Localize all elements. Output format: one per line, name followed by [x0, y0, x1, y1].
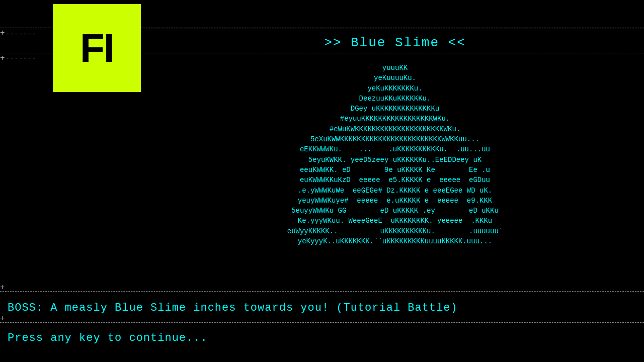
- bottom-separator-1: [0, 291, 644, 292]
- top-dash-right2: [146, 53, 644, 53]
- fi-logo-text: FI: [80, 25, 114, 71]
- press-key-area[interactable]: Press any key to continue...: [0, 324, 644, 352]
- top-dash-right: [146, 29, 644, 29]
- fi-logo: FI: [53, 4, 141, 92]
- ascii-art-area: yuuuKK yeKuuuuKu. yeKuKKKKKKKu. DeezuuKK…: [146, 58, 644, 292]
- left-marker-3: +: [0, 283, 5, 292]
- boss-message-text: BOSS: A measly Blue Slime inches towards…: [8, 302, 458, 314]
- ascii-art: yuuuKK yeKuuuuKu. yeKuKKKKKKKu. DeezuuKK…: [287, 63, 503, 246]
- boss-message-area: BOSS: A measly Blue Slime inches towards…: [0, 294, 644, 322]
- left-marker-4: +: [0, 314, 5, 323]
- press-key-text: Press any key to continue...: [8, 332, 208, 344]
- boss-title: >> Blue Slime <<: [324, 35, 466, 50]
- bottom-separator-2: [0, 322, 644, 323]
- left-dashes-bottom: --------: [1, 54, 36, 62]
- app-container: + + -------- -------- FI >> Blue Slime <…: [0, 0, 644, 362]
- left-dashes-top: --------: [1, 30, 36, 38]
- title-area: >> Blue Slime <<: [146, 30, 644, 50]
